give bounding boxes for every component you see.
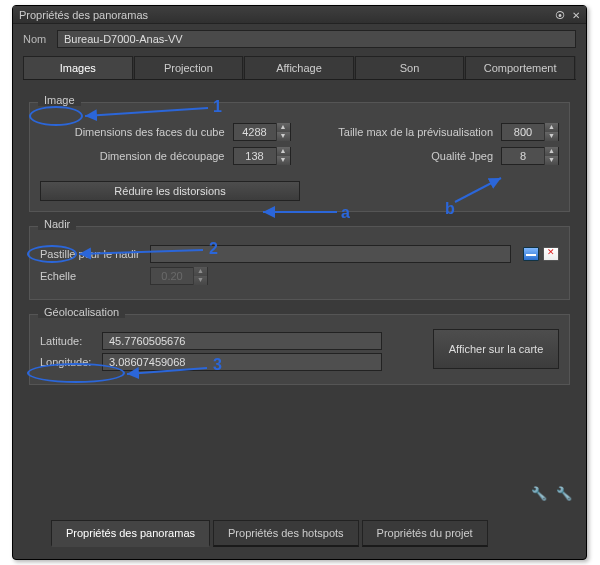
cut-dim-spinner[interactable]: ▲▼ [233, 147, 291, 165]
preview-size-label: Taille max de la prévisualisation [338, 126, 493, 138]
longitude-label: Longitude: [40, 356, 102, 368]
chevron-down-icon[interactable]: ▼ [545, 132, 558, 141]
nadir-scale-label: Echelle [40, 270, 150, 282]
name-row: Nom [13, 24, 586, 56]
pin-icon[interactable]: ⦿ [555, 10, 565, 21]
chevron-down-icon: ▼ [194, 276, 207, 285]
tab-display[interactable]: Affichage [244, 56, 354, 79]
show-on-map-button[interactable]: Afficher sur la carte [433, 329, 559, 369]
face-dim-label: Dimensions des faces du cube [75, 126, 225, 138]
chevron-down-icon[interactable]: ▼ [277, 132, 290, 141]
group-image-legend: Image [38, 94, 81, 106]
group-geo-legend: Géolocalisation [38, 306, 125, 318]
jpeg-quality-label: Qualité Jpeg [431, 150, 493, 162]
group-nadir: Nadir Pastille pour le nadir Echelle ▲▼ [29, 226, 570, 300]
group-geolocation: Géolocalisation Latitude: Longitude: Aff… [29, 314, 570, 385]
window-title: Propriétés des panoramas [19, 9, 551, 21]
group-image: Image Dimensions des faces du cube ▲▼ Di… [29, 102, 570, 212]
close-icon[interactable]: ✕ [572, 10, 580, 21]
btab-project[interactable]: Propriétés du projet [362, 520, 488, 547]
longitude-input[interactable] [102, 353, 382, 371]
chevron-up-icon[interactable]: ▲ [545, 147, 558, 156]
jpeg-quality-spinner[interactable]: ▲▼ [501, 147, 559, 165]
btab-hotspots[interactable]: Propriétés des hotspots [213, 520, 359, 547]
tab-images[interactable]: Images [23, 56, 133, 79]
panorama-properties-window: Propriétés des panoramas ⦿ ✕ Nom Images … [12, 5, 587, 560]
tool-icon-left[interactable]: 🔧 [531, 486, 547, 501]
name-input[interactable] [57, 30, 576, 48]
group-nadir-legend: Nadir [38, 218, 76, 230]
titlebar: Propriétés des panoramas ⦿ ✕ [13, 6, 586, 24]
chevron-down-icon[interactable]: ▼ [277, 156, 290, 165]
tabs-bottom: Propriétés des panoramas Propriétés des … [51, 520, 572, 547]
cut-dim-input[interactable] [234, 150, 276, 162]
tabs-top: Images Projection Affichage Son Comporte… [23, 56, 576, 80]
cut-dim-label: Dimension de découpage [100, 150, 225, 162]
tool-icon-right[interactable]: 🔧 [556, 486, 572, 501]
tab-sound[interactable]: Son [355, 56, 465, 79]
nadir-scale-spinner: ▲▼ [150, 267, 208, 285]
preview-size-input[interactable] [502, 126, 544, 138]
btab-panoramas[interactable]: Propriétés des panoramas [51, 520, 210, 547]
browse-icon[interactable] [523, 247, 539, 261]
latitude-label: Latitude: [40, 335, 102, 347]
chevron-up-icon[interactable]: ▲ [545, 123, 558, 132]
jpeg-quality-input[interactable] [502, 150, 544, 162]
latitude-input[interactable] [102, 332, 382, 350]
chevron-down-icon[interactable]: ▼ [545, 156, 558, 165]
chevron-up-icon: ▲ [194, 267, 207, 276]
remove-icon[interactable] [543, 247, 559, 261]
name-label: Nom [23, 33, 57, 45]
preview-size-spinner[interactable]: ▲▼ [501, 123, 559, 141]
tab-images-page: Image Dimensions des faces du cube ▲▼ Di… [13, 80, 586, 385]
chevron-up-icon[interactable]: ▲ [277, 147, 290, 156]
face-dim-spinner[interactable]: ▲▼ [233, 123, 291, 141]
reduce-distortions-button[interactable]: Réduire les distorsions [40, 181, 300, 201]
tab-projection[interactable]: Projection [134, 56, 244, 79]
nadir-scale-input [151, 270, 193, 282]
tab-behaviour[interactable]: Comportement [465, 56, 575, 79]
nadir-patch-label: Pastille pour le nadir [40, 248, 150, 260]
footer-icons: 🔧 🔧 [525, 486, 572, 501]
nadir-patch-path[interactable] [150, 245, 511, 263]
face-dim-input[interactable] [234, 126, 276, 138]
chevron-up-icon[interactable]: ▲ [277, 123, 290, 132]
